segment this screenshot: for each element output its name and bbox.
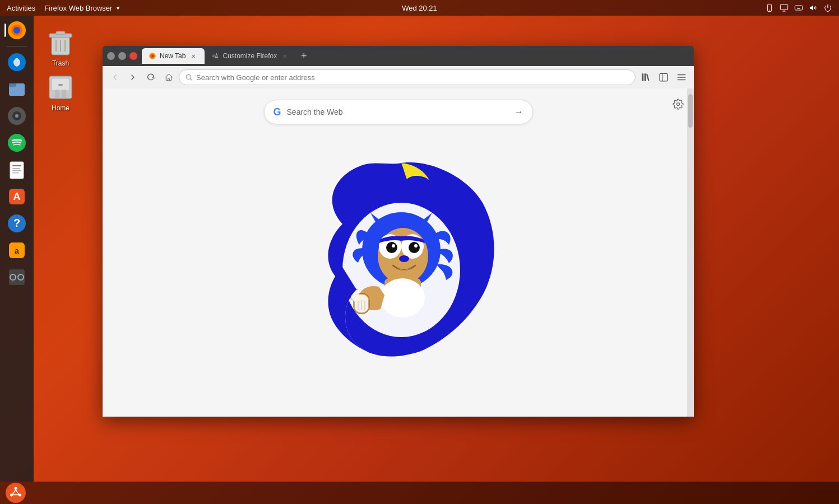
titlebar: New Tab ✕ Customize Firefox ✕ + [103,46,694,66]
datetime-label: Wed 20:21 [402,4,437,12]
sidebar-toggle-button[interactable] [656,69,671,85]
dock-icon-amazon[interactable]: a [4,238,29,263]
window-controls [107,52,137,60]
browser-scrollbar[interactable] [687,88,694,417]
top-bar: Activities Firefox Web Browser ▾ Wed 20:… [0,0,839,16]
close-button[interactable] [129,52,137,60]
dock-icon-writer[interactable] [4,157,29,182]
search-address-icon [185,73,193,81]
trash-icon [47,28,74,57]
svg-point-50 [151,55,154,57]
search-placeholder: Search the Web [287,108,509,116]
tab-new-tab[interactable]: New Tab ✕ [142,48,205,64]
svg-rect-53 [642,73,643,81]
toolbar-right [638,69,689,85]
svg-point-22 [8,134,26,152]
svg-point-70 [414,244,418,248]
dock-separator [7,46,27,46]
svg-rect-54 [645,73,646,81]
svg-point-15 [13,27,20,34]
svg-rect-47 [58,84,63,86]
reload-button[interactable] [143,69,159,85]
tab-bar: New Tab ✕ Customize Firefox ✕ + [142,48,689,64]
svg-point-67 [386,242,397,253]
home-icon [47,74,74,101]
home-toolbar-button[interactable] [161,69,177,85]
svg-rect-0 [768,4,772,11]
tab-new-tab-label: New Tab [160,52,186,60]
tab-customize-firefox[interactable]: Customize Firefox ✕ [205,48,296,64]
home-label: Home [52,104,69,112]
dock-icon-thunderbird[interactable] [4,50,29,74]
tab-new-tab-close[interactable]: ✕ [189,52,198,60]
svg-point-1 [769,10,770,10]
svg-text:A: A [13,191,21,202]
tab-customize-label: Customize Firefox [223,52,277,60]
svg-point-71 [399,255,409,262]
menu-button[interactable] [674,69,689,85]
dock: A ? a [0,16,34,482]
svg-text:?: ? [13,217,20,229]
svg-point-80 [15,487,17,490]
dock-icon-files[interactable] [4,77,29,101]
google-search-bar[interactable]: G Search the Web → [264,100,533,124]
new-tab-button[interactable]: + [296,48,312,64]
dock-icon-help[interactable]: ? [4,211,29,236]
svg-rect-27 [12,172,19,174]
desktop-icon-home[interactable]: Home [44,71,77,114]
scrollbar-thumb[interactable] [688,94,693,128]
svg-point-69 [392,244,395,248]
svg-text:a: a [15,246,19,255]
svg-line-52 [190,78,192,80]
browser-label[interactable]: Firefox Web Browser [44,4,112,12]
svg-rect-18 [9,83,16,87]
dropdown-arrow-icon[interactable]: ▾ [117,5,119,11]
forward-button[interactable] [125,69,141,85]
keyboard-icon[interactable] [794,3,803,12]
maximize-button[interactable] [118,52,126,60]
bottom-bar [0,482,839,504]
svg-point-21 [15,114,18,118]
dock-icon-appstore[interactable]: A [4,184,29,209]
svg-rect-45 [55,90,59,99]
dock-icon-firefox[interactable] [4,18,29,43]
svg-rect-34 [9,269,25,285]
svg-rect-46 [62,90,66,99]
toolbar [103,66,694,88]
sonic-firefox-logo [286,147,511,371]
svg-rect-39 [56,31,65,35]
svg-marker-11 [810,5,813,10]
desktop-icon-trash[interactable]: Trash [44,26,77,69]
svg-point-68 [409,242,420,253]
library-button[interactable] [638,69,653,85]
dock-icon-rhythmbox[interactable] [4,104,29,128]
svg-rect-5 [795,6,802,10]
ubuntu-logo-button[interactable] [6,483,26,503]
address-input[interactable] [196,73,629,82]
svg-rect-24 [12,165,21,166]
display-icon[interactable] [780,3,789,12]
minimize-button[interactable] [107,52,115,60]
firefox-window: New Tab ✕ Customize Firefox ✕ + [103,46,694,417]
power-icon[interactable] [823,3,832,12]
svg-point-73 [380,278,425,318]
back-button[interactable] [107,69,123,85]
search-arrow-icon: → [514,107,523,117]
dock-icon-mixer[interactable] [4,265,29,290]
new-tab-favicon [149,52,156,60]
svg-rect-2 [780,4,787,10]
svg-rect-55 [660,73,668,81]
sound-icon[interactable] [809,3,818,12]
customize-tab-favicon [211,52,219,60]
trash-label: Trash [52,59,69,67]
phone-icon[interactable] [765,3,774,12]
google-logo: G [274,106,281,118]
dock-icon-spotify[interactable] [4,130,29,155]
browser-content: G Search the Web → [103,88,694,417]
tab-customize-close[interactable]: ✕ [280,52,289,60]
svg-point-51 [186,74,191,79]
settings-gear-button[interactable] [670,96,686,112]
address-bar[interactable] [179,69,636,85]
activities-label[interactable]: Activities [7,4,35,12]
svg-rect-26 [12,170,21,171]
